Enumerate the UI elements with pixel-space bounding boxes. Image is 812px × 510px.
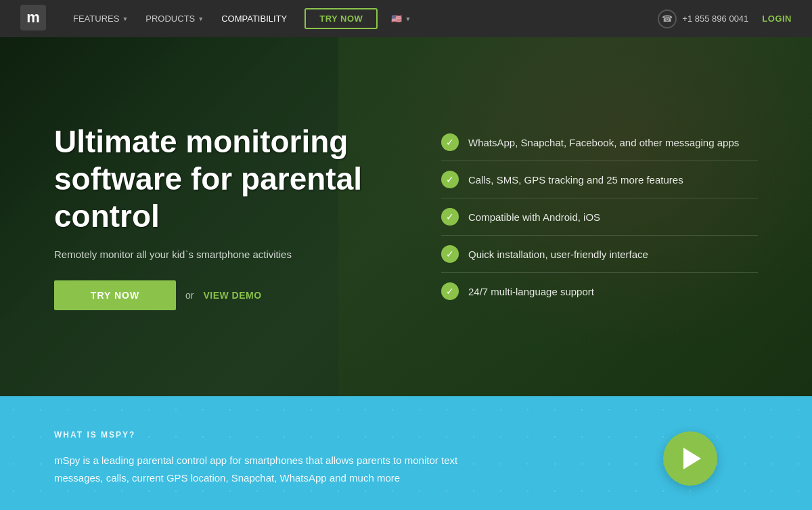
phone-number: +1 855 896 0041 [682,14,748,24]
play-video-button[interactable] [663,431,717,486]
feature-text-4: Quick installation, user-friendly interf… [468,249,648,260]
login-link[interactable]: LOGIN [762,14,792,24]
feature-item-1: ✓ WhatsApp, Snapchat, Facebook, and othe… [441,124,758,161]
phone-icon: ☎ [658,9,677,28]
hero-subtitle: Remotely monitor all your kid`s smartpho… [54,249,414,260]
feature-item-5: ✓ 24/7 multi-language support [441,273,758,310]
feature-text-1: WhatsApp, Snapchat, Facebook, and other … [468,137,739,148]
products-nav-link[interactable]: PRODUCTS ▼ [139,9,210,28]
features-caret-icon: ▼ [122,16,128,22]
check-icon-1: ✓ [441,133,459,151]
products-caret-icon: ▼ [198,16,204,22]
nav-try-now-button[interactable]: TRY NOW [304,8,378,29]
what-section: WHAT IS MSPY? mSpy is a leading parental… [0,396,812,510]
logo[interactable]: m [20,5,66,33]
us-flag-icon: 🇺🇸 [391,14,402,24]
nav-right: ☎ +1 855 896 0041 LOGIN [658,9,792,28]
feature-text-3: Compatible with Android, iOS [468,211,600,223]
flag-caret-icon: ▼ [405,16,411,22]
phone-area: ☎ +1 855 896 0041 [658,9,748,28]
hero-section: Ultimate monitoring software for parenta… [0,37,812,396]
check-icon-2: ✓ [441,171,459,188]
hero-title: Ultimate monitoring software for parenta… [54,123,414,236]
hero-try-now-button[interactable]: TRY NOW [54,280,176,310]
language-selector[interactable]: 🇺🇸 ▼ [384,9,418,28]
what-text-area: WHAT IS MSPY? mSpy is a leading parental… [54,430,623,486]
hero-cta-row: TRY NOW or VIEW DEMO [54,280,414,310]
check-icon-4: ✓ [441,245,459,263]
feature-item-3: ✓ Compatible with Android, iOS [441,198,758,236]
feature-item-2: ✓ Calls, SMS, GPS tracking and 25 more f… [441,161,758,198]
features-nav-link[interactable]: FEATURES ▼ [66,9,135,28]
compatibility-nav-link[interactable]: COMPATIBILITY [215,9,294,28]
feature-item-4: ✓ Quick installation, user-friendly inte… [441,236,758,273]
feature-text-2: Calls, SMS, GPS tracking and 25 more fea… [468,174,683,186]
feature-text-5: 24/7 multi-language support [468,286,594,297]
check-icon-3: ✓ [441,208,459,226]
what-inner: WHAT IS MSPY? mSpy is a leading parental… [54,430,758,486]
navigation: m FEATURES ▼ PRODUCTS ▼ COMPATIBILITY TR… [0,0,812,37]
hero-content: Ultimate monitoring software for parenta… [0,37,812,396]
what-description: mSpy is a leading parental control app f… [54,452,460,486]
check-icon-5: ✓ [441,282,459,300]
hero-left: Ultimate monitoring software for parenta… [54,123,441,311]
hero-features-list: ✓ WhatsApp, Snapchat, Facebook, and othe… [441,124,758,310]
view-demo-link[interactable]: VIEW DEMO [203,290,261,301]
what-label: WHAT IS MSPY? [54,430,623,440]
svg-text:m: m [26,9,40,26]
hero-or-text: or [185,290,194,301]
nav-links: FEATURES ▼ PRODUCTS ▼ COMPATIBILITY TRY … [66,8,658,29]
play-triangle-icon [683,448,701,469]
